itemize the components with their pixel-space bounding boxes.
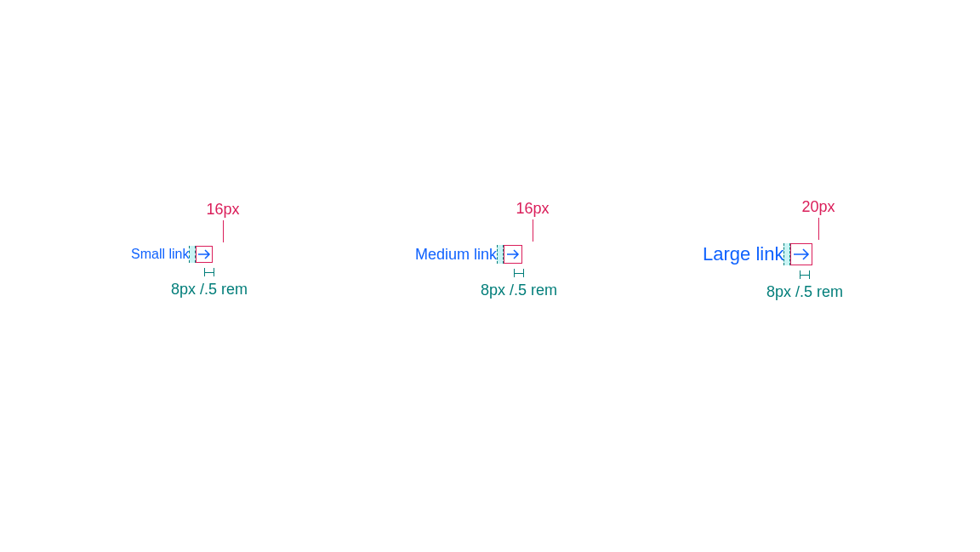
link-text-medium[interactable]: Medium link: [415, 247, 497, 262]
spec-medium: 16px Medium link 8px /.5 rem: [415, 245, 522, 264]
icon-size-label: 16px: [206, 201, 239, 218]
link-row-medium: Medium link: [415, 245, 522, 264]
arrow-icon-box-small: [196, 246, 213, 263]
gap-measure-small: [204, 268, 214, 276]
spec-small: 16px Small link 8px /.5 rem: [131, 246, 213, 263]
gap-label-small: 8px /.5 rem: [158, 282, 260, 297]
link-text-small[interactable]: Small link: [131, 248, 189, 261]
spec-canvas: 16px Small link 8px /.5 rem 16p: [0, 0, 980, 552]
link-text-large[interactable]: Large link: [703, 245, 783, 264]
icon-size-callout-large: 20px: [793, 199, 844, 240]
gap-measure-medium: [514, 269, 524, 277]
gap-label-large: 8px /.5 rem: [754, 284, 856, 299]
spacing-gap-small: [189, 246, 196, 263]
arrow-icon-box-medium: [504, 245, 522, 264]
link-row-large: Large link: [703, 243, 812, 265]
link-row-small: Small link: [131, 246, 213, 263]
spacing-gap-large: [783, 243, 790, 265]
icon-size-callout-medium: 16px: [507, 201, 558, 242]
arrow-right-icon: [197, 248, 211, 261]
arrow-right-icon: [793, 246, 810, 263]
spacing-gap-medium: [497, 245, 504, 264]
icon-size-label: 16px: [516, 200, 549, 217]
arrow-icon-box-large: [790, 243, 812, 265]
gap-label-medium: 8px /.5 rem: [468, 282, 570, 298]
icon-size-callout-small: 16px: [197, 202, 248, 242]
spec-large: 20px Large link 8px /.5 rem: [703, 243, 812, 265]
arrow-right-icon: [506, 248, 520, 261]
gap-measure-large: [800, 270, 810, 279]
icon-size-label: 20px: [801, 198, 835, 215]
